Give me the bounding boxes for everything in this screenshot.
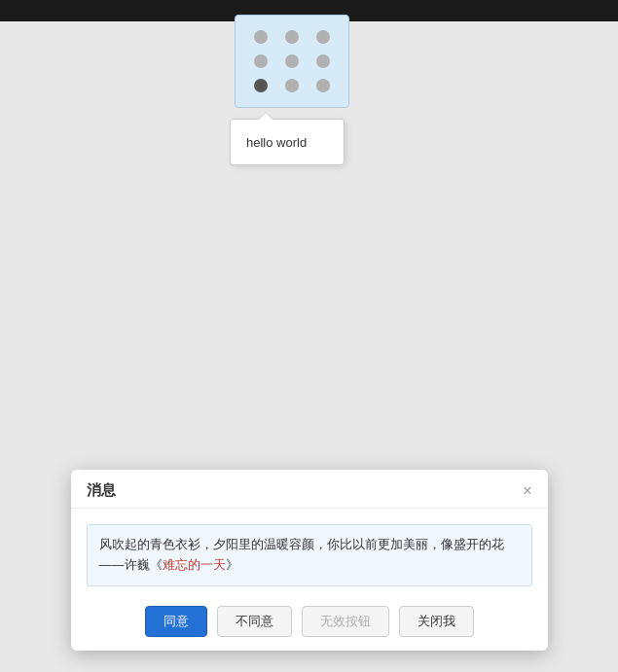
widget-dot-4 <box>285 54 299 68</box>
dialog-close-button[interactable]: × <box>523 483 531 499</box>
widget-dot-0 <box>254 30 268 44</box>
tooltip-popup: hello world <box>230 119 345 165</box>
dialog: 消息 × 风吹起的青色衣衫，夕阳里的温暖容颜，你比以前更加美丽，像盛开的花 ——… <box>71 470 548 651</box>
widget-dot-3 <box>254 54 268 68</box>
widget-dot-6 <box>254 79 268 92</box>
disagree-button[interactable]: 不同意 <box>217 606 292 637</box>
tooltip-text: hello world <box>246 135 307 150</box>
dialog-body: 风吹起的青色衣衫，夕阳里的温暖容颜，你比以前更加美丽，像盛开的花 ——许巍《难忘… <box>71 509 548 598</box>
widget-dot-2 <box>316 30 330 44</box>
dialog-title: 消息 <box>87 481 116 500</box>
dialog-footer: 同意 不同意 无效按钮 关闭我 <box>71 598 548 651</box>
widget-dot-5 <box>316 54 330 68</box>
widget-box <box>235 15 349 108</box>
widget-dot-8 <box>316 79 330 92</box>
close-me-button[interactable]: 关闭我 <box>399 606 474 637</box>
agree-button[interactable]: 同意 <box>145 606 207 637</box>
dialog-content-line2: ——许巍《难忘的一天》 <box>99 557 238 572</box>
widget-dot-1 <box>285 30 299 44</box>
dialog-content: 风吹起的青色衣衫，夕阳里的温暖容颜，你比以前更加美丽，像盛开的花 ——许巍《难忘… <box>87 524 532 586</box>
widget-dot-7 <box>285 79 299 92</box>
dialog-header: 消息 × <box>71 470 548 509</box>
highlight-text: 难忘的一天 <box>163 557 226 572</box>
dialog-content-line1: 风吹起的青色衣衫，夕阳里的温暖容颜，你比以前更加美丽，像盛开的花 <box>99 537 504 551</box>
invalid-button: 无效按钮 <box>302 606 389 637</box>
dialog-overlay: 消息 × 风吹起的青色衣衫，夕阳里的温暖容颜，你比以前更加美丽，像盛开的花 ——… <box>0 458 618 672</box>
